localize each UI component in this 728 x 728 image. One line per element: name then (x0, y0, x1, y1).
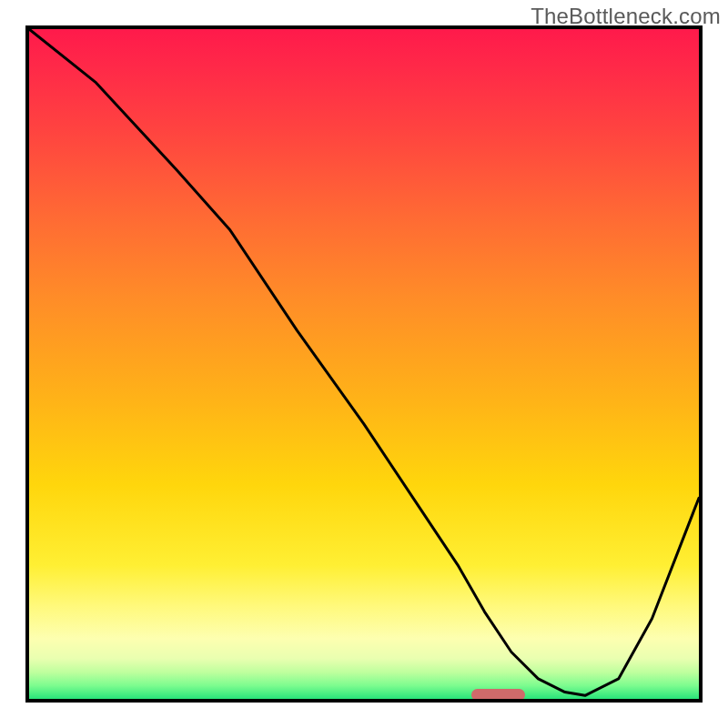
optimal-marker (471, 689, 525, 701)
bottleneck-curve (29, 29, 699, 695)
curve-svg (29, 29, 699, 699)
watermark-label: TheBottleneck.com (531, 4, 721, 29)
bottleneck-chart: TheBottleneck.com (0, 0, 728, 728)
plot-area (25, 25, 703, 703)
